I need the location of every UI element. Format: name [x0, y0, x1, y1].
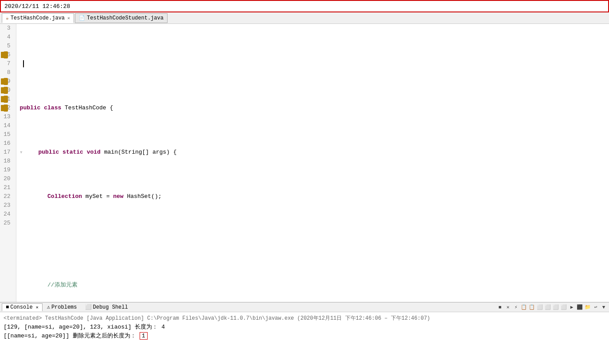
code-line-3 [20, 59, 609, 68]
ln-16: 16 [4, 139, 12, 148]
ln-5: 5 [4, 42, 12, 50]
ln-17: 17 [4, 148, 12, 157]
code-line-5: ▿ public static void main(String[] args)… [20, 148, 609, 157]
line-numbers: 3 4 5 6 7 8 9 10 11 12 [0, 24, 16, 302]
console-tab-bar: ■ Console ✕ ⚠ Problems ⬜ Debug Shell ■ ✕… [0, 302, 609, 312]
ln-23: 23 [4, 201, 12, 210]
title-bar: 2020/12/11 12:46:28 [0, 0, 609, 12]
ln-6: 6 [4, 50, 12, 59]
toolbar-clear-btn[interactable]: ✕ [504, 304, 511, 311]
ln-14: 14 [4, 121, 12, 130]
collapse-arrow: ▿ [20, 148, 23, 157]
debug-icon: ⬜ [85, 304, 92, 310]
ln-9: 9 [4, 77, 12, 86]
toolbar-folder-btn[interactable]: 📁 [584, 304, 591, 311]
toolbar-btn8[interactable]: ⬜ [560, 304, 567, 311]
ln-12: 12 [4, 104, 12, 112]
console-tab-debug-shell[interactable]: ⬜ Debug Shell [82, 303, 132, 311]
toolbar-stop-btn[interactable]: ■ [496, 304, 504, 311]
tab-label: TestHashCode.java [11, 15, 65, 21]
ln-25: 25 [4, 219, 12, 228]
code-editor[interactable]: 3 4 5 6 7 8 9 10 11 12 [0, 24, 609, 302]
ln-18: 18 [4, 157, 12, 166]
ln-11: 11 [4, 95, 12, 104]
toolbar-dropdown-btn[interactable]: ▼ [600, 304, 607, 311]
ln-15: 15 [4, 130, 12, 139]
ln-4: 4 [4, 33, 12, 42]
console-terminated-line: <terminated> TestHashCode [Java Applicat… [4, 314, 605, 323]
tab-testhashcode[interactable]: ☕ TestHashCode.java ✕ [2, 13, 74, 23]
console-tabs-left: ■ Console ✕ ⚠ Problems ⬜ Debug Shell [2, 303, 132, 311]
debug-shell-tab-label: Debug Shell [93, 304, 128, 310]
title-text: 2020/12/11 12:46:28 [4, 3, 70, 10]
toolbar-stop-btn2[interactable]: ⬛ [576, 304, 583, 311]
console-tab-problems[interactable]: ⚠ Problems [43, 303, 81, 311]
problems-tab-label: Problems [51, 304, 77, 310]
code-line-7 [20, 236, 609, 245]
console-tab-label: Console [10, 304, 32, 310]
problems-icon: ⚠ [47, 304, 50, 310]
ln-24: 24 [4, 210, 12, 219]
code-line-8: //添加元素 [20, 281, 609, 290]
console-panel: ■ Console ✕ ⚠ Problems ⬜ Debug Shell ■ ✕… [0, 302, 609, 364]
tab-bar: ☕ TestHashCode.java ✕ 📄 TestHashCodeStud… [0, 12, 609, 24]
ln-3: 3 [4, 24, 12, 33]
console-tab-console[interactable]: ■ Console ✕ [2, 303, 43, 311]
code-content[interactable]: public class TestHashCode { ▿ public sta… [16, 24, 609, 302]
toolbar-copy-btn[interactable]: 📋 [520, 304, 527, 311]
tab-label-2: TestHashCodeStudent.java [87, 15, 164, 21]
tab-close-icon[interactable]: ✕ [67, 15, 70, 21]
toolbar-run-btn2[interactable]: ▶ [568, 304, 575, 311]
console-content: <terminated> TestHashCode [Java Applicat… [0, 312, 609, 364]
tab-testhashcodestudent[interactable]: 📄 TestHashCodeStudent.java [75, 13, 168, 23]
console-result-highlight: 1 [140, 332, 148, 340]
ln-7: 7 [4, 59, 12, 68]
ln-22: 22 [4, 192, 12, 201]
console-output-line1: [129, [name=si, age=20], 123, xiaosi] 长度… [4, 323, 605, 332]
ln-21: 21 [4, 183, 12, 192]
java-file-icon-2: 📄 [79, 15, 85, 21]
ln-10: 10 [4, 86, 12, 95]
toolbar-btn5[interactable]: ⬜ [536, 304, 543, 311]
ln-20: 20 [4, 174, 12, 183]
console-toolbar: ■ ✕ ⚡ 📋 📋 ⬜ ⬜ ⬜ ⬜ ▶ ⬛ 📁 ↩ ▼ [496, 304, 609, 311]
ln-13: 13 [4, 112, 12, 121]
code-line-4: public class TestHashCode { [20, 104, 609, 112]
toolbar-back-btn[interactable]: ↩ [592, 304, 599, 311]
toolbar-run-btn[interactable]: ⚡ [512, 304, 519, 311]
console-output-line2: [[name=si, age=20]] 删除元素之后的长度为： 1 [4, 332, 605, 341]
ln-8: 8 [4, 68, 12, 77]
console-icon: ■ [6, 304, 9, 310]
console-tab-close[interactable]: ✕ [36, 305, 39, 310]
toolbar-paste-btn[interactable]: 📋 [528, 304, 535, 311]
toolbar-btn6[interactable]: ⬜ [544, 304, 551, 311]
ln-19: 19 [4, 166, 12, 174]
java-file-icon: ☕ [6, 15, 9, 21]
code-line-6: Collection mySet = new HashSet(); [20, 192, 609, 201]
toolbar-btn7[interactable]: ⬜ [552, 304, 559, 311]
